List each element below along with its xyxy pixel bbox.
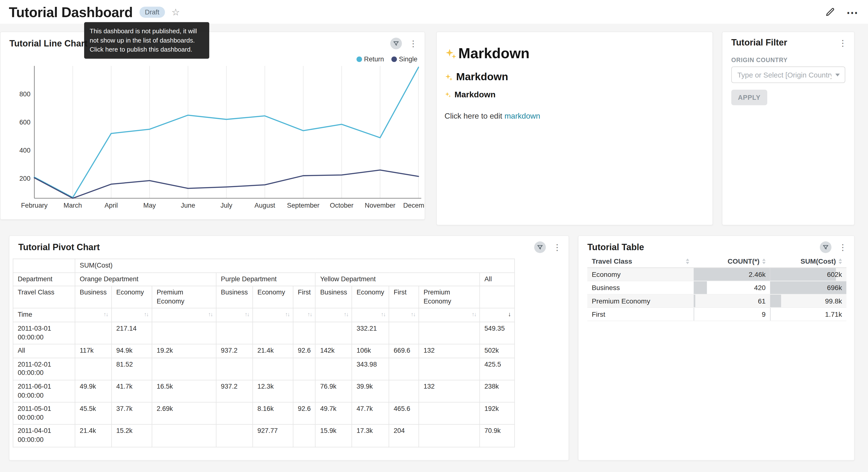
svg-text:May: May <box>143 202 156 209</box>
svg-text:200: 200 <box>19 175 30 182</box>
pivot-cell: 117k <box>75 344 112 358</box>
pivot-cell: 465.6 <box>389 402 419 424</box>
pivot-cell: 217.14 <box>112 322 152 344</box>
filter-field-label: ORIGIN COUNTRY <box>731 57 845 63</box>
origin-country-input[interactable] <box>731 66 845 83</box>
pivot-cell <box>152 322 216 344</box>
sort-icon[interactable]: ↑↓ <box>245 311 249 318</box>
sort-icon[interactable] <box>839 259 842 264</box>
pivot-cell: 41.7k <box>112 380 152 402</box>
pivot-cell <box>389 358 419 380</box>
legend-item[interactable]: Single <box>391 55 417 63</box>
column-header[interactable]: SUM(Cost) <box>770 255 846 268</box>
pivot-sort-cell: ↑↓ <box>75 308 112 322</box>
pivot-data-row: All117k94.9k19.2k937.221.4k92.6142k106k6… <box>13 344 515 358</box>
pivot-class-row: Travel ClassBusinessEconomyPremium Econo… <box>13 286 515 308</box>
column-header[interactable]: Travel Class <box>587 255 694 268</box>
svg-text:600: 600 <box>19 118 30 126</box>
data-bar <box>770 268 836 281</box>
sort-icon[interactable]: ↑↓ <box>285 311 289 318</box>
more-ellipsis-icon[interactable]: ⋯ <box>846 6 858 18</box>
kebab-menu-icon[interactable]: ⋮ <box>839 243 847 252</box>
pivot-group-header: Purple Department <box>216 272 315 286</box>
dashboard-header: Tutorial Dashboard Draft ☆ ⋯ <box>0 0 868 25</box>
sort-icon[interactable] <box>686 259 689 264</box>
pivot-sort-row-label: Time <box>13 308 75 322</box>
cross-filter-icon[interactable] <box>534 241 546 253</box>
pivot-row-label: 2011-06-01 00:00:00 <box>13 380 75 402</box>
data-bar <box>770 308 770 321</box>
legend-dot <box>391 57 397 62</box>
markdown-heading-1: Markdown <box>444 45 705 62</box>
apply-button[interactable]: APPLY <box>731 90 767 105</box>
publish-tooltip[interactable]: This dashboard is not published, it will… <box>84 22 209 59</box>
svg-text:August: August <box>254 202 275 209</box>
travel-class-cell: Premium Economy <box>587 294 694 307</box>
sort-descending-icon[interactable]: ↓ <box>508 311 511 318</box>
data-table: Travel ClassCOUNT(*)SUM(Cost) Economy2.4… <box>587 255 846 321</box>
pivot-cell: 425.5 <box>480 358 515 380</box>
pivot-class-header: First <box>389 286 419 308</box>
filter-card: Tutorial Filter ⋮ ORIGIN COUNTRY APPLY <box>722 32 855 225</box>
pivot-cell: 132 <box>419 380 480 402</box>
pivot-cell: 549.35 <box>480 322 515 344</box>
pivot-cell: 49.7k <box>315 402 352 424</box>
table-row[interactable]: Economy2.46k602k <box>587 268 846 281</box>
svg-text:March: March <box>64 202 82 209</box>
sort-icon[interactable]: ↑↓ <box>103 311 108 318</box>
origin-country-select[interactable] <box>731 66 845 83</box>
kebab-menu-icon[interactable]: ⋮ <box>409 39 417 48</box>
pivot-class-header: Economy <box>253 286 293 308</box>
pivot-row-label: All <box>13 344 75 358</box>
table-row[interactable]: First91.71k <box>587 308 846 321</box>
pivot-cell: 70.9k <box>480 424 515 447</box>
sum-cell: 1.71k <box>770 308 846 321</box>
pivot-data-row: 2011-06-01 00:00:0049.9k41.7k16.5k937.21… <box>13 380 515 402</box>
pivot-cell <box>75 322 112 344</box>
legend-item[interactable]: Return <box>356 55 384 63</box>
sort-icon[interactable]: ↑↓ <box>472 311 476 318</box>
sort-icon[interactable]: ↑↓ <box>307 311 312 318</box>
cross-filter-icon[interactable] <box>820 241 832 253</box>
card-header: Tutorial Filter ⋮ <box>731 38 847 48</box>
pivot-cell: 502k <box>480 344 515 358</box>
sort-icon[interactable] <box>763 259 766 264</box>
sort-icon[interactable]: ↑↓ <box>344 311 348 318</box>
pivot-measure-header: SUM(Cost) <box>75 259 515 272</box>
data-bar <box>770 294 781 307</box>
kebab-menu-icon[interactable]: ⋮ <box>553 243 561 252</box>
pivot-cell: 21.4k <box>75 424 112 447</box>
pivot-group-header: Yellow Department <box>315 272 480 286</box>
status-badge[interactable]: Draft <box>140 7 165 18</box>
favorite-star-icon[interactable]: ☆ <box>172 7 180 17</box>
pivot-cell <box>419 322 480 344</box>
pivot-cell: 204 <box>389 424 419 447</box>
chart-legend: ReturnSingle <box>356 55 417 63</box>
table-row[interactable]: Premium Economy6199.8k <box>587 294 846 307</box>
line-chart-plot[interactable]: 200400600800FebruaryMarchAprilMayJuneJul… <box>0 63 425 213</box>
table-row[interactable]: Business420696k <box>587 281 846 294</box>
column-header[interactable]: COUNT(*) <box>694 255 770 268</box>
sort-icon[interactable]: ↑↓ <box>411 311 415 318</box>
pivot-class-header: First <box>293 286 315 308</box>
sum-cell: 602k <box>770 268 846 281</box>
cross-filter-icon[interactable] <box>390 38 402 50</box>
sort-icon[interactable]: ↑↓ <box>381 311 385 318</box>
pivot-cell <box>293 322 315 344</box>
pivot-cell <box>216 424 253 447</box>
kebab-menu-icon[interactable]: ⋮ <box>839 38 847 47</box>
sort-icon[interactable]: ↑↓ <box>208 311 213 318</box>
markdown-edit-link[interactable]: markdown <box>504 111 540 120</box>
svg-text:October: October <box>330 202 353 209</box>
title-area: Tutorial Dashboard Draft ☆ <box>9 0 180 25</box>
pivot-row-dimension-label: Travel Class <box>13 286 75 308</box>
pivot-cell: 332.21 <box>352 322 389 344</box>
sparkles-icon <box>444 48 457 60</box>
edit-pencil-icon[interactable] <box>826 7 835 17</box>
pivot-data-row: 2011-05-01 00:00:0045.5k37.7k2.69k8.16k9… <box>13 402 515 424</box>
pivot-class-header: Business <box>216 286 253 308</box>
sort-icon[interactable]: ↑↓ <box>144 311 148 318</box>
pivot-chart-card: Tutorial Pivot Chart ⋮ SUM(Cost)Departme… <box>9 235 569 461</box>
sparkles-icon <box>444 91 451 97</box>
pivot-cell: 81.52 <box>112 358 152 380</box>
